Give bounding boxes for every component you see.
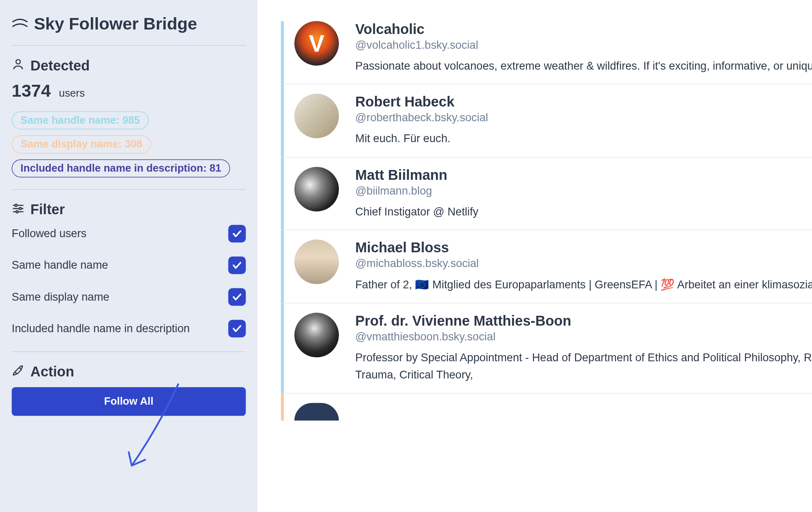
user-name[interactable]: Michael Bloss — [355, 240, 479, 256]
user-body: Prof. dr. Vivienne Matthies-Boon@vmatthi… — [355, 313, 812, 383]
filter-label: Same display name — [12, 290, 110, 303]
divider — [12, 189, 246, 190]
detected-count: 1374 — [12, 81, 51, 101]
filter-list: Followed usersSame handle nameSame displ… — [12, 225, 246, 338]
user-card: Michael Bloss@michabloss.bsky.socialFoll… — [281, 230, 812, 303]
user-body: Robert Habeck@roberthabeck.bsky.socialFo… — [355, 94, 812, 147]
filter-row: Same display name — [12, 288, 246, 306]
user-body: Volcaholic@volcaholic1.bsky.socialFollow… — [355, 21, 812, 75]
user-body: Michael Bloss@michabloss.bsky.socialFoll… — [355, 240, 812, 293]
divider — [12, 45, 246, 45]
filter-title: Filter — [30, 202, 65, 218]
user-list: VVolcaholic@volcaholic1.bsky.socialFollo… — [281, 21, 812, 420]
stat-pills: Same handle name: 985 Same display name:… — [12, 111, 246, 184]
filter-checkbox[interactable] — [228, 256, 246, 274]
user-handle[interactable]: @vmatthiesboon.bsky.social — [355, 330, 571, 343]
detected-unit: users — [59, 87, 85, 100]
filter-row: Same handle name — [12, 256, 246, 274]
user-card: VVolcaholic@volcaholic1.bsky.socialFollo… — [281, 21, 812, 84]
rocket-icon — [12, 364, 25, 379]
svg-point-4 — [19, 207, 21, 209]
bridge-logo-icon — [12, 18, 28, 30]
svg-point-2 — [15, 204, 17, 206]
user-name[interactable]: Volcaholic — [355, 21, 478, 37]
filter-label: Followed users — [12, 227, 87, 240]
detected-header: Detected — [12, 57, 246, 74]
user-handle[interactable]: @michabloss.bsky.social — [355, 257, 479, 270]
user-handle[interactable]: @volcaholic1.bsky.social — [355, 39, 478, 51]
avatar[interactable] — [294, 167, 339, 211]
filter-row: Followed users — [12, 225, 246, 242]
user-card: Matt Biilmann@biilmann.blogFollowing on … — [281, 157, 812, 230]
follow-all-button[interactable]: Follow All — [12, 387, 246, 416]
user-name[interactable]: Prof. dr. Vivienne Matthies-Boon — [355, 313, 571, 329]
app-title: Sky Follower Bridge — [34, 14, 197, 33]
filter-checkbox[interactable] — [228, 288, 246, 306]
user-name[interactable]: Matt Biilmann — [355, 167, 447, 183]
user-description: Mit euch. Für euch. — [355, 130, 812, 147]
person-icon — [12, 58, 25, 73]
user-handle[interactable]: @roberthabeck.bsky.social — [355, 111, 488, 124]
filter-row: Included handle name in description — [12, 320, 246, 338]
action-title: Action — [30, 364, 74, 380]
stat-same-handle: Same handle name: 985 — [12, 111, 149, 129]
avatar[interactable]: V — [294, 21, 339, 66]
avatar — [294, 403, 339, 420]
detected-count-row: 1374 users — [12, 81, 246, 101]
user-card-partial — [281, 393, 812, 420]
action-header: Action — [12, 364, 246, 380]
user-card: Prof. dr. Vivienne Matthies-Boon@vmatthi… — [281, 303, 812, 393]
user-description: Father of 2, 🇪🇺 Mitglied des Europaparla… — [355, 276, 812, 293]
sidebar: Sky Follower Bridge Detected 1374 users … — [0, 0, 257, 512]
svg-point-6 — [16, 211, 18, 213]
avatar[interactable] — [294, 313, 339, 357]
app-title-row: Sky Follower Bridge — [12, 14, 246, 33]
user-description: Passionate about volcanoes, extreme weat… — [355, 57, 812, 75]
user-description: Professor by Special Appointment - Head … — [355, 349, 812, 383]
filter-checkbox[interactable] — [228, 320, 246, 338]
user-handle[interactable]: @biilmann.blog — [355, 184, 447, 197]
user-body: Matt Biilmann@biilmann.blogFollowing on … — [355, 167, 812, 220]
filter-icon — [12, 202, 25, 217]
svg-point-0 — [16, 60, 20, 64]
divider — [12, 351, 246, 352]
filter-label: Included handle name in description — [12, 322, 190, 335]
detected-title: Detected — [30, 57, 90, 74]
avatar[interactable] — [294, 94, 339, 138]
avatar[interactable] — [294, 240, 339, 284]
user-name[interactable]: Robert Habeck — [355, 94, 488, 110]
user-card: Robert Habeck@roberthabeck.bsky.socialFo… — [281, 85, 812, 158]
filter-header: Filter — [12, 202, 246, 218]
user-description: Chief Instigator @ Netlify — [355, 203, 812, 220]
filter-label: Same handle name — [12, 259, 108, 272]
stat-same-display: Same display name: 308 — [12, 135, 151, 153]
stat-included-handle: Included handle name in description: 81 — [12, 159, 230, 177]
filter-checkbox[interactable] — [228, 225, 246, 242]
main-content: VVolcaholic@volcaholic1.bsky.socialFollo… — [257, 0, 812, 512]
